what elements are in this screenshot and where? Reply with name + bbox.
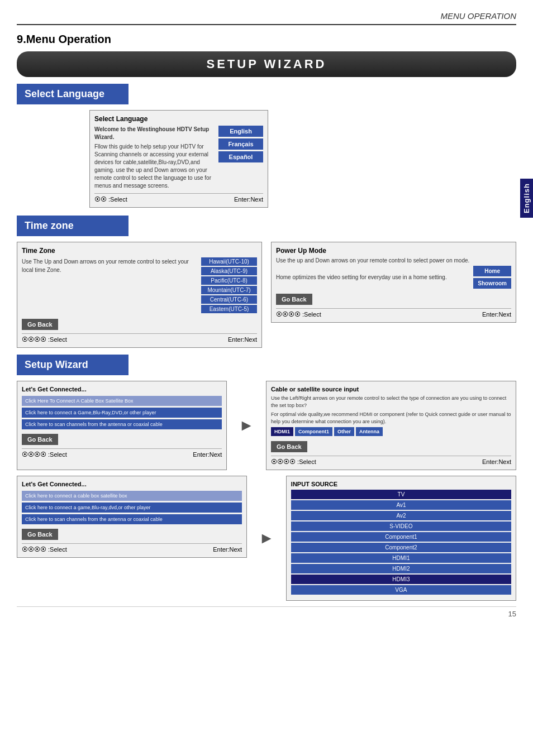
select-language-footer: ⦿⦿ :Select Enter:Next [94,193,263,203]
cable-antenna-button[interactable]: Antenna [356,427,383,436]
select-lang-footer-right: Enter:Next [234,196,263,203]
cable-title: Cable or satellite source input [271,386,511,393]
tz-pacific[interactable]: Pacific(UTC-8) [201,276,257,285]
pum-footer-right: Enter:Next [482,311,511,318]
lc1-title: Let's Get Connected... [22,386,222,393]
select-language-body: Welcome to the Westinghouse HDTV Setup W… [94,126,214,190]
tz-footer: ⦿⦿⦿⦿ :Select Enter:Next [22,333,257,343]
tz-content: Use The Up and Down arrows on your remot… [22,257,257,313]
body-text: Fllow this guide to help setup your HDTV… [94,143,214,190]
lc2-footer-right: Enter:Next [213,546,242,553]
pum-title: Power Up Mode [276,247,511,255]
pum-row: Home optimizes the video setting for eve… [276,266,511,289]
cable-text1: Use the Left/Right arrows on your remote… [271,395,511,409]
select-language-title: Select Language [94,115,263,123]
lc2-option3[interactable]: Click here to scan channels from the ant… [22,514,242,524]
input-av1[interactable]: Av1 [291,500,511,510]
lc2-option2[interactable]: Click here to connect a game,Blu-ray,dvd… [22,503,242,513]
side-tab: English [520,179,533,218]
francais-button[interactable]: Français [218,138,263,150]
input-source-title: INPUT SOURCE [291,481,511,487]
time-zone-title: Time Zone [22,247,257,255]
arrow-right-1: ► [236,381,257,470]
english-button[interactable]: English [218,126,263,137]
tz-instruction: Use The Up and Down arrows on your remot… [22,257,197,313]
home-button[interactable]: Home [473,266,511,276]
cable-go-back-button[interactable]: Go Back [271,441,307,452]
tz-hawaii[interactable]: Hawaii(UTC-10) [201,257,257,266]
arrow-right-2: ► [256,476,277,601]
cable-footer-left: ⦿⦿⦿⦿ :Select [271,458,316,465]
select-language-dialog: Select Language Welcome to the Westingho… [89,110,268,208]
lc2-footer-left: ⦿⦿⦿⦿ :Select [22,546,67,553]
pum-footer: ⦿⦿⦿⦿ :Select Enter:Next [276,308,511,318]
pum-text2: Home optimizes the video setting for eve… [276,274,469,280]
showroom-button[interactable]: Showroom [473,278,511,289]
power-up-mode-col: Power Up Mode Use the up and Down arrows… [271,242,516,348]
time-zone-col: Time Zone Use The Up and Down arrows on … [17,242,262,348]
lc1-footer: ⦿⦿⦿⦿ :Select Enter:Next [22,448,222,458]
side-tab-text: English [522,183,531,213]
tz-footer-right: Enter:Next [228,336,257,343]
tz-footer-left: ⦿⦿⦿⦿ :Select [22,336,67,343]
lc1-go-back-button[interactable]: Go Back [22,434,58,445]
tz-go-back-button[interactable]: Go Back [22,319,58,330]
setup-wizard-banner: SETUP WIZARD [17,51,516,77]
lets-get-connected-dialog-2: Let's Get Connected... Click here to con… [17,476,247,558]
cable-footer-right: Enter:Next [482,458,511,465]
lc1-footer-left: ⦿⦿⦿⦿ :Select [22,451,67,458]
lc2-option1[interactable]: Click here to connect a cable box satell… [22,491,242,501]
input-hdmi2[interactable]: HDMI2 [291,564,511,573]
select-language-header: Select Language [17,84,129,104]
section-title: Menu Operation [26,33,111,45]
time-zone-header: Time zone [17,216,129,236]
time-zone-section: Time Zone Use The Up and Down arrows on … [17,242,516,348]
page-number: 15 [17,606,516,618]
tz-alaska[interactable]: Alaska(UTC-9) [201,267,257,275]
pum-text1: Use the up and Down arrows on your remot… [276,257,511,264]
lets-get-connected-dialog-1: Let's Get Connected... Click Here To Con… [17,381,227,470]
menu-op-label: MENU OPERATION [440,11,516,21]
lc2-title: Let's Get Connected... [22,481,242,487]
input-tv[interactable]: TV [291,490,511,499]
cable-footer: ⦿⦿⦿⦿ :Select Enter:Next [271,456,511,465]
select-lang-footer-left: ⦿⦿ :Select [94,196,127,203]
tz-mountain[interactable]: Mountain(UTC-7) [201,286,257,294]
input-av2[interactable]: Av2 [291,511,511,520]
tz-eastern[interactable]: Eastern(UTC-5) [201,305,257,313]
power-up-mode-dialog: Power Up Mode Use the up and Down arrows… [271,242,516,323]
input-source-dialog: INPUT SOURCE TV Av1 Av2 S-VIDEO Componen… [286,476,516,601]
input-component2[interactable]: Component2 [291,543,511,552]
setup-wizard-section-header: Setup Wizard [17,355,129,375]
tz-central[interactable]: Central(UTC-6) [201,295,257,304]
cable-other-button[interactable]: Other [334,427,354,436]
input-component1[interactable]: Component1 [291,532,511,542]
cable-dialog: Cable or satellite source input Use the … [266,381,516,470]
menu-operation-title: MENU OPERATION [17,11,516,25]
cable-hdmi1-button[interactable]: HDMI1 [271,427,293,436]
input-source-wrapper: INPUT SOURCE TV Av1 Av2 S-VIDEO Componen… [286,476,516,601]
pum-content: Use the up and Down arrows on your remot… [276,257,511,289]
input-hdmi1[interactable]: HDMI1 [291,553,511,563]
cable-buttons: HDMI1 Component1 Other Antenna [271,427,511,436]
language-buttons: English Français Español [218,126,263,190]
lc2-wrapper: Let's Get Connected... Click here to con… [17,476,247,601]
pum-go-back-button[interactable]: Go Back [276,294,312,305]
input-hdmi3[interactable]: HDMI3 [291,575,511,584]
cable-component1-button[interactable]: Component1 [295,427,332,436]
espanol-button[interactable]: Español [218,151,263,162]
lc1-footer-right: Enter:Next [193,451,222,458]
lc2-go-back-button[interactable]: Go Back [22,529,58,540]
lc1-option1[interactable]: Click Here To Connect A Cable Box Satell… [22,396,222,406]
lc1-option2[interactable]: Click here to connect a Game,Blu-Ray,DVD… [22,408,222,418]
section-heading: 9.Menu Operation [17,33,516,46]
lc1-option3[interactable]: Click here to scan channels from the ant… [22,419,222,429]
time-zone-dialog: Time Zone Use The Up and Down arrows on … [17,242,262,348]
tz-options: Hawaii(UTC-10) Alaska(UTC-9) Pacific(UTC… [201,257,257,313]
section-number: 9 [17,33,23,45]
intro-text: Welcome to the Westinghouse HDTV Setup W… [94,126,214,141]
lc2-footer: ⦿⦿⦿⦿ :Select Enter:Next [22,543,242,553]
input-svideo[interactable]: S-VIDEO [291,521,511,531]
input-vga[interactable]: VGA [291,585,511,595]
setup-wizard-row1: Let's Get Connected... Click Here To Con… [17,381,516,470]
